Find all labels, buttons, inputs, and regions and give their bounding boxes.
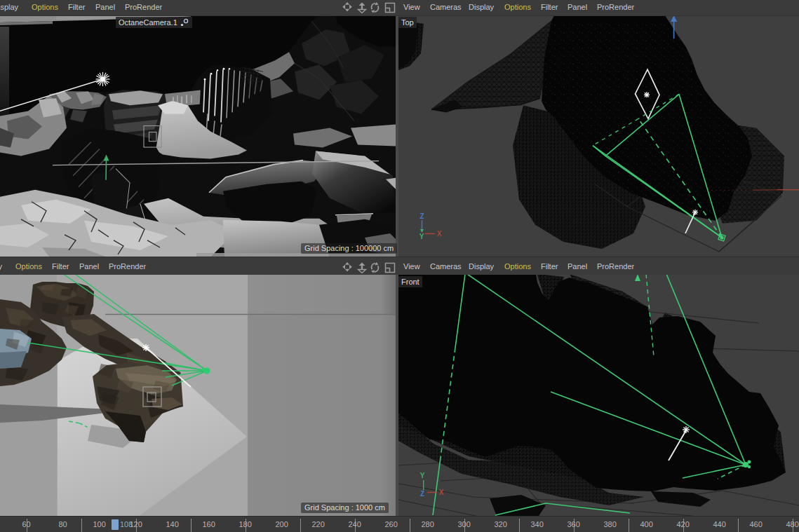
svg-text:X: X <box>439 489 444 496</box>
svg-text:Y: Y <box>420 472 425 479</box>
svg-text:Y: Y <box>419 233 424 240</box>
svg-text:Z: Z <box>419 212 424 220</box>
svg-text:Z: Z <box>420 490 424 498</box>
svg-text:X: X <box>437 230 442 238</box>
